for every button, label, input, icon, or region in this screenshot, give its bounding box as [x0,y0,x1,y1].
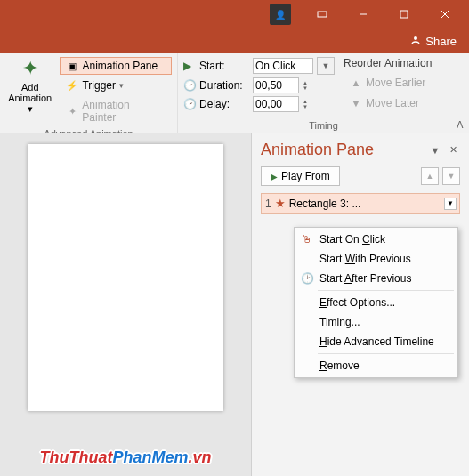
painter-icon: ✦ [66,105,78,117]
pane-close-button[interactable]: ✕ [446,143,460,157]
play-icon: ▶ [183,60,196,72]
start-dropdown-arrow[interactable]: ▼ [317,57,335,75]
reorder-label: Reorder Animation [344,57,432,69]
ribbon-group-advanced-animation: ✦ AddAnimation ▾ ▣ Animation Pane ⚡ Trig… [0,53,178,133]
item-number: 1 [265,198,271,210]
add-animation-icon: ✦ [22,57,38,80]
menu-effect-options[interactable]: Effect Options... [295,293,457,312]
clock-icon: 🕑 [183,79,196,92]
watermark: ThuThuatPhanMem.vn [39,448,211,467]
play-from-button[interactable]: ▶ Play From [261,166,340,186]
menu-separator [318,290,454,291]
delay-icon: 🕑 [183,98,196,110]
delay-row: 🕑 Delay: ▲▼ [183,96,335,112]
user-avatar[interactable]: 👤 [270,4,291,25]
move-down-button[interactable]: ▼ [442,167,460,185]
item-dropdown-button[interactable]: ▼ [444,198,457,210]
menu-remove[interactable]: Remove [295,356,457,375]
share-icon [409,35,422,47]
animation-pane-icon: ▣ [66,60,78,72]
pane-title: Animation Pane [261,141,374,159]
move-later-button: ▼ Move Later [344,94,432,112]
menu-start-after-previous[interactable]: 🕑 Start After Previous [295,269,457,288]
collapse-ribbon-button[interactable]: ᐱ [457,119,464,131]
mouse-click-icon: 🖱 [300,233,314,246]
duration-row: 🕑 Duration: ▲▼ [183,77,335,93]
up-arrow-icon: ▲ [350,77,362,89]
add-animation-button[interactable]: ✦ AddAnimation ▾ [5,57,54,126]
animation-list-item[interactable]: 1 ★ Rectangle 3: ... ▼ [261,193,460,214]
close-button[interactable] [425,0,465,28]
animation-painter-button: ✦ Animation Painter [60,96,172,126]
slide-area[interactable]: ThuThuatPhanMem.vn [0,133,251,476]
pane-options-button[interactable]: ▼ [428,143,442,157]
menu-separator [318,353,454,354]
menu-hide-advanced-timeline[interactable]: Hide Advanced Timeline [295,332,457,351]
delay-input[interactable] [253,96,299,112]
duration-spinner[interactable]: ▲▼ [303,80,308,91]
title-bar: 👤 [0,0,469,28]
down-arrow-icon: ▼ [350,97,362,109]
maximize-button[interactable] [384,0,425,28]
svg-point-5 [414,36,417,40]
ribbon-options-button[interactable] [302,0,343,28]
share-button[interactable]: Share [404,33,462,50]
group-label-timing: Timing [183,118,464,133]
delay-spinner[interactable]: ▲▼ [303,99,308,109]
duration-input[interactable] [253,77,299,93]
move-up-button[interactable]: ▲ [421,167,439,185]
start-row: ▶ Start: ▼ [183,57,335,75]
start-select[interactable] [253,58,313,74]
slide-canvas[interactable] [28,144,223,411]
item-label: Rectangle 3: ... [289,198,361,210]
play-icon: ▶ [271,172,278,182]
trigger-button[interactable]: ⚡ Trigger ▾ [60,77,172,94]
minimize-button[interactable] [343,0,384,28]
menu-start-with-previous[interactable]: Start With Previous [295,249,457,269]
animation-pane-button[interactable]: ▣ Animation Pane [60,57,172,75]
trigger-icon: ⚡ [66,79,78,92]
move-earlier-button: ▲ Move Earlier [344,74,432,92]
svg-rect-0 [318,12,327,17]
ribbon-group-timing: ▶ Start: ▼ 🕑 Duration: ▲▼ 🕑 Delay: ▲▼ [178,53,469,133]
animation-context-menu: 🖱 Start On Click Start With Previous 🕑 S… [294,227,458,378]
share-label: Share [425,35,457,48]
menu-timing[interactable]: Timing... [295,312,457,332]
menu-start-on-click[interactable]: 🖱 Start On Click [295,230,457,249]
ribbon: ✦ AddAnimation ▾ ▣ Animation Pane ⚡ Trig… [0,53,469,133]
tab-bar: Share [0,28,469,53]
clock-icon: 🕑 [300,272,314,285]
entrance-star-icon: ★ [275,197,286,210]
svg-rect-2 [400,11,408,18]
